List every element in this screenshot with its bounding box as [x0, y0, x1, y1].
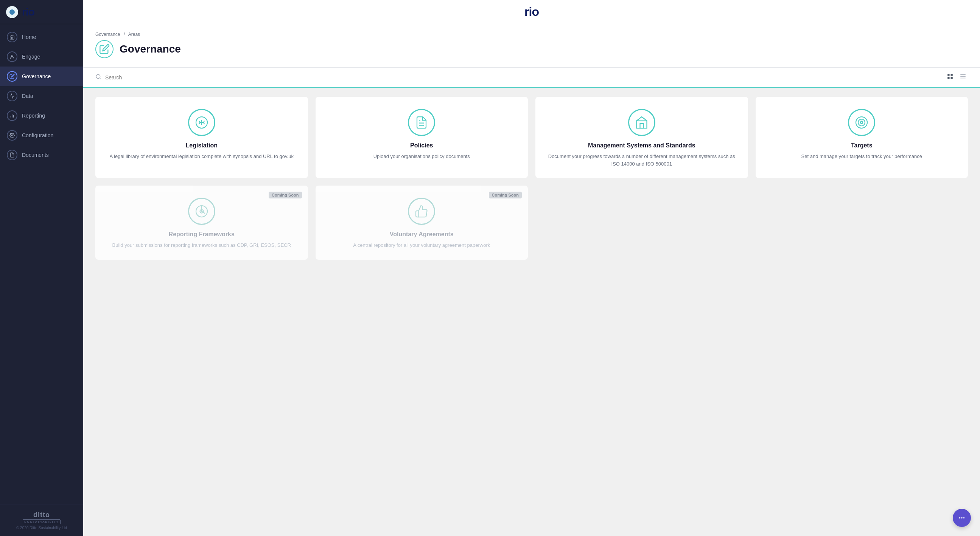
- page-title: Governance: [119, 43, 181, 55]
- nav-label-engage: Engage: [22, 54, 40, 60]
- nav-label-home: Home: [22, 34, 36, 40]
- card-policies[interactable]: Policies Upload your organisations polic…: [315, 97, 528, 178]
- nav-icon-documents: [7, 150, 18, 160]
- card-desc-voluntary-agreements: A central repository for all your volunt…: [353, 241, 490, 249]
- breadcrumb: Governance / Areas: [95, 32, 968, 37]
- main-area: rio Governance / Areas Governance: [83, 0, 980, 536]
- coming-soon-badge-voluntary-agreements: Coming Soon: [489, 192, 522, 198]
- nav-label-reporting: Reporting: [22, 113, 45, 119]
- search-input[interactable]: [105, 75, 181, 81]
- svg-point-21: [959, 517, 961, 519]
- card-title-reporting-frameworks: Reporting Frameworks: [169, 231, 235, 238]
- card-placeholder-0: [535, 186, 748, 260]
- card-desc-legislation: A legal library of environmental legisla…: [110, 153, 294, 160]
- breadcrumb-current: Areas: [128, 32, 140, 37]
- svg-point-2: [96, 75, 100, 79]
- chat-bubble[interactable]: [953, 509, 971, 527]
- nav-label-data: Data: [22, 93, 33, 99]
- card-desc-reporting-frameworks: Build your submissions for reporting fra…: [112, 241, 291, 249]
- svg-text:X₁: X₁: [861, 118, 864, 122]
- svg-point-17: [861, 121, 863, 124]
- svg-point-1: [11, 135, 13, 136]
- nav-icon-home: [7, 32, 18, 42]
- copyright: © 2020 Ditto Sustainability Ltd: [6, 526, 77, 530]
- sidebar-item-governance[interactable]: Governance: [0, 67, 83, 86]
- nav-label-governance: Governance: [22, 73, 51, 79]
- breadcrumb-root[interactable]: Governance: [95, 32, 120, 37]
- card-reporting-frameworks[interactable]: Coming Soon Reporting Frameworks Build y…: [95, 186, 308, 260]
- nav-icon-reporting: [7, 110, 18, 121]
- logo-circle: [6, 6, 18, 18]
- card-icon-voluntary-agreements: [408, 198, 435, 225]
- search-input-wrap: [95, 74, 945, 81]
- nav-label-configuration: Configuration: [22, 132, 53, 138]
- grid-view-toggle[interactable]: [945, 72, 955, 82]
- coming-soon-badge-reporting-frameworks: Coming Soon: [269, 192, 302, 198]
- card-voluntary-agreements[interactable]: Coming Soon Voluntary Agreements A centr…: [315, 186, 528, 260]
- card-title-management-systems: Management Systems and Standards: [588, 142, 695, 149]
- svg-line-3: [100, 78, 101, 79]
- svg-point-23: [963, 517, 965, 519]
- content-area: Governance / Areas Governance: [83, 24, 980, 536]
- search-icon: [95, 74, 102, 81]
- sidebar-item-documents[interactable]: Documents: [0, 145, 83, 165]
- topbar: rio: [83, 0, 980, 24]
- svg-rect-4: [947, 74, 949, 76]
- sidebar-item-reporting[interactable]: Reporting: [0, 106, 83, 125]
- sidebar-item-engage[interactable]: Engage: [0, 47, 83, 67]
- svg-point-22: [961, 517, 963, 519]
- ditto-logo: ditto SUSTAINABILITY: [6, 511, 77, 524]
- card-management-systems[interactable]: Management Systems and Standards Documen…: [535, 97, 748, 178]
- sidebar-logo: rio: [0, 0, 83, 24]
- card-placeholder-1: [756, 186, 968, 260]
- search-bar: [83, 68, 980, 88]
- nav-icon-engage: [7, 51, 18, 62]
- card-desc-targets: Set and manage your targets to track you…: [802, 153, 922, 160]
- card-icon-legislation: [188, 109, 215, 136]
- card-desc-policies: Upload your organisations policy documen…: [374, 153, 470, 160]
- card-title-targets: Targets: [851, 142, 873, 149]
- sidebar-logo-text: rio: [22, 6, 35, 18]
- page-title-row: Governance: [95, 40, 968, 58]
- sidebar-item-data[interactable]: Data: [0, 86, 83, 106]
- svg-point-0: [11, 55, 13, 57]
- svg-rect-14: [640, 124, 643, 128]
- page-icon: [95, 40, 113, 58]
- cards-area: Legislation A legal library of environme…: [83, 88, 980, 269]
- topbar-logo: rio: [525, 5, 539, 19]
- cards-grid-row2: Coming Soon Reporting Frameworks Build y…: [95, 186, 968, 260]
- breadcrumb-separator: /: [124, 32, 125, 37]
- svg-rect-6: [947, 77, 949, 79]
- card-icon-reporting-frameworks: [188, 198, 215, 225]
- sidebar-footer: ditto SUSTAINABILITY © 2020 Ditto Sustai…: [0, 504, 83, 536]
- nav-icon-configuration: [7, 130, 18, 141]
- logo-circle-inner: [10, 10, 15, 15]
- view-toggles: [945, 72, 968, 82]
- card-icon-targets: X₁: [848, 109, 875, 136]
- sidebar-item-configuration[interactable]: Configuration: [0, 125, 83, 145]
- sidebar: rio Home Engage Governance Data Reportin…: [0, 0, 83, 536]
- card-icon-policies: [408, 109, 435, 136]
- card-legislation[interactable]: Legislation A legal library of environme…: [95, 97, 308, 178]
- sidebar-item-home[interactable]: Home: [0, 27, 83, 47]
- nav-label-documents: Documents: [22, 152, 49, 158]
- svg-rect-5: [951, 74, 953, 76]
- nav-icon-governance: [7, 71, 18, 82]
- card-desc-management-systems: Document your progress towards a number …: [544, 153, 739, 168]
- card-title-voluntary-agreements: Voluntary Agreements: [390, 231, 454, 238]
- cards-grid-row1: Legislation A legal library of environme…: [95, 97, 968, 178]
- card-icon-management-systems: [628, 109, 655, 136]
- card-title-policies: Policies: [410, 142, 433, 149]
- card-title-legislation: Legislation: [186, 142, 218, 149]
- page-header: Governance / Areas Governance: [83, 24, 980, 68]
- svg-rect-7: [951, 77, 953, 79]
- nav-icon-data: [7, 91, 18, 101]
- list-view-toggle[interactable]: [958, 72, 968, 82]
- card-targets[interactable]: X₁ Targets Set and manage your targets t…: [756, 97, 968, 178]
- sidebar-nav: Home Engage Governance Data Reporting Co…: [0, 24, 83, 504]
